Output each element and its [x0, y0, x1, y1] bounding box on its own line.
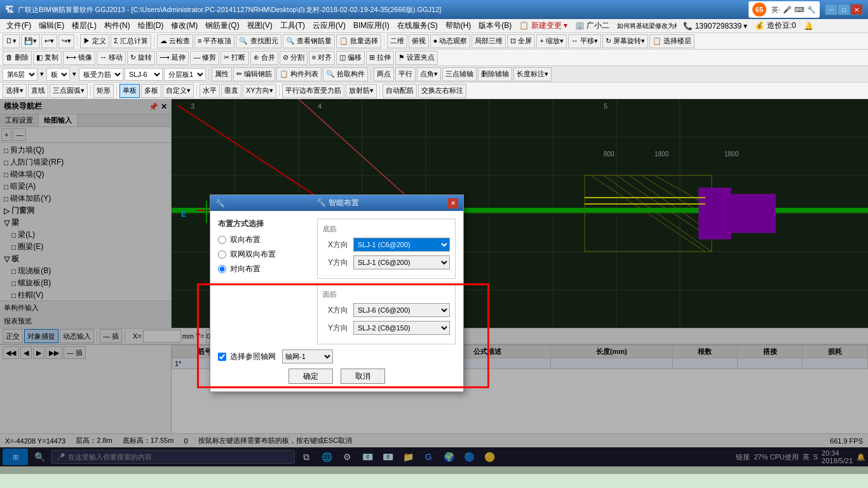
menu-view[interactable]: 视图(V) [243, 20, 276, 31]
maximize-button[interactable]: □ [837, 4, 850, 15]
split-button[interactable]: ⊘ 分割 [280, 51, 308, 65]
select-btn[interactable]: 选择▾ [3, 84, 27, 98]
view-rebar-button[interactable]: 🔍 查看钢筋量 [283, 34, 335, 48]
layer-select[interactable]: 第6层 [3, 68, 37, 81]
pick-component-button[interactable]: 🔍 拾取构件 [323, 67, 368, 81]
batch-select-button[interactable]: 📋 批量选择 [336, 34, 381, 48]
level-plate-button[interactable]: ≡ 平齐板顶 [194, 34, 234, 48]
align-button[interactable]: ≡ 对齐 [309, 51, 335, 65]
calculate-button[interactable]: Σ 汇总计算 [111, 34, 151, 48]
rebar-type-select[interactable]: 板受力筋 [79, 68, 123, 81]
menu-help-tip[interactable]: 如何将基础梁修改为框... [613, 22, 677, 30]
cancel-button[interactable]: 取消 [341, 369, 385, 384]
rotate-screen-button[interactable]: ↻ 屏幕旋转▾ [602, 34, 648, 48]
menu-cloud[interactable]: 云应用(V) [309, 20, 349, 31]
stretch-button[interactable]: ⊞ 拉伸 [366, 51, 394, 65]
dialog-close-button[interactable]: ✕ [448, 198, 458, 208]
break-button[interactable]: ✂ 打断 [220, 51, 248, 65]
parallel-button[interactable]: 平行 [395, 67, 416, 81]
axis-select[interactable]: 轴网-1 [282, 349, 333, 363]
local-3d-button[interactable]: 局部三维 [471, 34, 506, 48]
fullscreen-button[interactable]: ⊡ 全屏 [507, 34, 535, 48]
set-grip-button[interactable]: ⚑ 设置夹点 [395, 51, 438, 65]
single-plate-btn[interactable]: 单板 [119, 84, 140, 98]
menu-bell[interactable]: 🔔 [800, 22, 817, 30]
copy-button[interactable]: ◧ 复制 [33, 51, 62, 65]
close-button[interactable]: ✕ [850, 4, 863, 15]
point-angle-button[interactable]: 点角▾ [417, 67, 441, 81]
menu-edit[interactable]: 编辑(E) [35, 20, 68, 31]
arc-btn[interactable]: 三点圆弧▾ [50, 84, 88, 98]
2d-button[interactable]: 二维 [387, 34, 407, 48]
type-select[interactable]: 板 [46, 68, 70, 81]
menu-guang2[interactable]: 🏢 广小二 [571, 20, 613, 31]
two-point-button[interactable]: 两点 [374, 67, 394, 81]
menu-coins[interactable]: 💰 造价豆:0 [751, 20, 799, 31]
line-btn[interactable]: 直线 [28, 84, 48, 98]
redo-button[interactable]: ↪▾ [58, 34, 74, 48]
y-bottom-select[interactable]: SLJ-1 (C6@200) [353, 255, 450, 269]
trim-button[interactable]: — 修剪 [190, 51, 219, 65]
cloud-check-button[interactable]: ☁ 云检查 [157, 34, 193, 48]
radial-btn[interactable]: 放射筋▾ [346, 84, 377, 98]
extend-button[interactable]: ⟶ 延伸 [156, 51, 189, 65]
menu-new-change[interactable]: 📋 新建变更 ▾ [515, 20, 571, 31]
xy-dir-btn[interactable]: XY方向▾ [243, 84, 276, 98]
rect-btn[interactable]: 矩形 [93, 84, 114, 98]
y-top-select[interactable]: SLJ-2 (C8@150) [353, 321, 450, 335]
custom-btn[interactable]: 自定义▾ [163, 84, 194, 98]
edit-rebar-button[interactable]: ✏ 编辑钢筋 [233, 67, 275, 81]
menu-bim[interactable]: BIM应用(I) [349, 20, 393, 31]
offset-button[interactable]: ◫ 偏移 [336, 51, 365, 65]
del-axis-button[interactable]: 删除辅轴 [478, 67, 512, 81]
x-bottom-select[interactable]: SLJ-1 (C6@200) [353, 238, 450, 252]
property-button[interactable]: 属性 [212, 67, 232, 81]
swap-label-btn[interactable]: 交换左右标注 [418, 84, 466, 98]
view-button[interactable]: 俯视 [409, 34, 429, 48]
dynamic-view-button[interactable]: ● 动态观察 [430, 34, 471, 48]
define-button[interactable]: ▶ 定义 [80, 34, 109, 48]
select-layer-button[interactable]: 📋 选择楼层 [649, 34, 695, 48]
radio-bidirectional-input[interactable] [218, 236, 226, 244]
radio-double-net-input[interactable] [218, 250, 226, 259]
menu-component[interactable]: 构件(N) [100, 20, 134, 31]
menu-floor[interactable]: 楼层(L) [68, 20, 100, 31]
layer-name-select[interactable]: 分层板1 [164, 68, 206, 81]
menu-version[interactable]: 版本号(B) [475, 20, 515, 31]
menu-rebar[interactable]: 钢筋量(Q) [201, 20, 243, 31]
auto-rebar-btn[interactable]: 自动配筋 [383, 84, 417, 98]
length-mark-button[interactable]: 长度标注▾ [513, 67, 552, 81]
mirror-button[interactable]: ⟷ 镜像 [63, 51, 95, 65]
delete-button[interactable]: 🗑 删除 [3, 51, 32, 65]
move-button[interactable]: ↔ 平移▾ [568, 34, 601, 48]
menu-modify[interactable]: 修改(M) [167, 20, 201, 31]
vertical-btn[interactable]: 垂直 [221, 84, 241, 98]
multi-plate-btn[interactable]: 多板 [141, 84, 161, 98]
rebar-name-select[interactable]: SLJ-6 [125, 68, 163, 81]
three-point-axis-button[interactable]: 三点辅轴 [442, 67, 477, 81]
menu-phone[interactable]: 📞 13907298339 ▾ [679, 22, 751, 30]
minimize-button[interactable]: ─ [825, 4, 837, 15]
radio-double-net[interactable]: 双网双向布置 [218, 249, 307, 260]
radio-opposite-input[interactable] [218, 265, 226, 273]
undo-button[interactable]: ↩▾ [41, 34, 57, 48]
new-file-button[interactable]: 🗋▾ [3, 34, 20, 48]
confirm-button[interactable]: 确定 [288, 369, 333, 384]
menu-online[interactable]: 在线服务(S) [393, 20, 442, 31]
radio-bidirectional[interactable]: 双向布置 [218, 234, 307, 245]
zoom-in-button[interactable]: + 缩放▾ [536, 34, 566, 48]
radio-opposite[interactable]: 对向布置 [218, 264, 307, 274]
menu-draw[interactable]: 绘图(D) [134, 20, 168, 31]
move-elem-button[interactable]: ↔ 移动 [97, 51, 126, 65]
find-element-button[interactable]: 🔍 查找图元 [236, 34, 281, 48]
menu-help[interactable]: 帮助(H) [442, 20, 475, 31]
axis-checkbox[interactable] [218, 353, 226, 361]
x-top-select[interactable]: SLJ-6 (C6@200) [353, 303, 450, 317]
merge-button[interactable]: ⊕ 合并 [250, 51, 278, 65]
menu-file[interactable]: 文件(F) [3, 20, 35, 31]
rotate-elem-button[interactable]: ↻ 旋转 [127, 51, 155, 65]
component-list-button[interactable]: 📋 构件列表 [276, 67, 322, 81]
parallel-edge-btn[interactable]: 平行边布置受力筋 [282, 84, 344, 98]
menu-tools[interactable]: 工具(T) [276, 20, 309, 31]
horizontal-btn[interactable]: 水平 [200, 84, 220, 98]
